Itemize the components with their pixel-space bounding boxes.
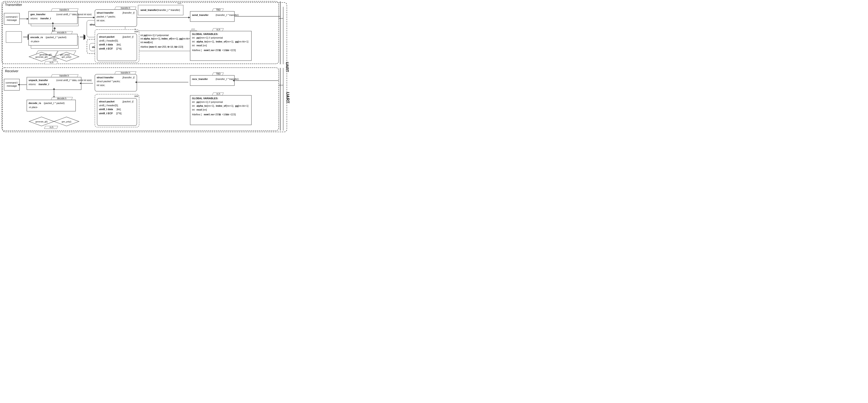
svg-text:gen_transfer: gen_transfer [30, 13, 45, 16]
svg-text:struct packet: struct packet [99, 100, 115, 103]
svg-text:rs.h: rs.h [216, 28, 220, 31]
svg-text:gen_poly(): gen_poly() [62, 56, 71, 58]
svg-text:packet_t * packs;: packet_t * packs; [96, 15, 116, 18]
tx-title: Transmitter [5, 3, 22, 7]
svg-text:=223]: =223] [229, 49, 236, 52]
svg-text:send_transfer: send_transfer [192, 13, 209, 16]
svg-text:encode_rs: encode_rs [30, 36, 43, 38]
rx-title: Receiver [5, 69, 19, 73]
svg-text:(transfer_t * transfer): (transfer_t * transfer) [216, 78, 239, 80]
svg-text:[2*tt];: [2*tt]; [116, 47, 122, 50]
svg-text:[packet_t]: [packet_t] [122, 35, 134, 38]
svg-text:gg: gg [235, 105, 238, 107]
svg-rect-136 [190, 76, 235, 86]
svg-text:message: message [7, 84, 17, 87]
svg-text:recv_transfer: recv_transfer [192, 78, 208, 80]
svg-text:decode.h: decode.h [57, 97, 66, 100]
svg-text:kk: kk [226, 49, 229, 52]
svg-text:TBD: TBD [216, 9, 221, 11]
svg-text:(packet_t * packet): (packet_t * packet) [45, 36, 66, 38]
svg-text:uint8_t data: uint8_t data [99, 108, 113, 111]
svg-text:[nn+1],: [nn+1], [226, 105, 234, 107]
svg-text:int size;: int size; [97, 84, 105, 87]
svg-text:nn: nn [211, 113, 214, 116]
svg-text:message: message [7, 19, 17, 21]
svg-text:alpha_to: alpha_to [196, 105, 207, 107]
svg-text:command /: command / [6, 16, 18, 18]
svg-text:tt: tt [219, 113, 221, 116]
svg-text:recd: recd [196, 108, 202, 111]
svg-text:(packet_t * packet): (packet_t * packet) [44, 102, 65, 105]
svg-text:(const uint8_t * data, const i: (const uint8_t * data, const int size) [56, 13, 92, 16]
svg-text:transfer_t: transfer_t [38, 83, 49, 86]
svg-text:returns:: returns: [29, 83, 36, 86]
svg-text:alpha_to: alpha_to [196, 40, 207, 43]
svg-text:transfer.h: transfer.h [121, 7, 130, 9]
svg-text:int: int [192, 40, 195, 43]
svg-text:nn: nn [211, 49, 214, 52]
svg-text:int: int [192, 100, 195, 103]
svg-text:[transfer_t]: [transfer_t] [122, 11, 135, 14]
svg-text:pp: pp [196, 36, 200, 39]
svg-text:[kk];: [kk]; [117, 108, 121, 111]
svg-text:unpack_transfer: unpack_transfer [29, 79, 48, 82]
svg-text:pp: pp [196, 100, 200, 103]
svg-text:size: size [134, 95, 138, 97]
svg-text:[mm+1] // polynomial: [mm+1] // polynomial [200, 36, 223, 39]
svg-text:[packet_t]: [packet_t] [122, 100, 134, 103]
svg-text:#define [: #define [ [192, 49, 202, 52]
svg-text:gen_poly(): gen_poly() [62, 120, 71, 123]
svg-text:[kk];: [kk]; [117, 43, 121, 46]
svg-text:-in place-: -in place- [30, 40, 40, 43]
svg-text:[nn-kk+1]: [nn-kk+1] [238, 40, 248, 43]
svg-text:uint8_t data: uint8_t data [99, 43, 113, 46]
svg-text:[mm+1] // polynomial: [mm+1] // polynomial [200, 100, 223, 103]
svg-text:#define [: #define [ [192, 113, 202, 116]
svg-text:[2*tt];: [2*tt]; [116, 112, 122, 115]
svg-text:gg: gg [235, 40, 238, 43]
svg-text:index_of: index_of [216, 105, 226, 107]
svg-text:uint8_t header[5];: uint8_t header[5]; [99, 104, 119, 107]
svg-text:transfer.h: transfer.h [121, 71, 130, 74]
svg-text:int: int [192, 105, 195, 107]
svg-text:generate_gf(): generate_gf() [35, 120, 48, 123]
svg-text:UART: UART [285, 92, 289, 103]
svg-text:int: int [192, 44, 195, 47]
svg-text:[nn+1],: [nn+1], [207, 105, 215, 107]
svg-text:(transfer_t * transfer): (transfer_t * transfer) [216, 13, 239, 16]
svg-text:int: int [192, 36, 195, 39]
svg-text:transfer.h: transfer.h [59, 75, 69, 77]
svg-text:rs.h: rs.h [50, 126, 54, 128]
svg-text:=223]: =223] [229, 113, 236, 116]
svg-text:[transfer_t]: [transfer_t] [122, 76, 135, 79]
svg-rect-57 [190, 11, 235, 22]
svg-text:uint8_t ECF: uint8_t ECF [99, 112, 113, 115]
svg-text:(const uint8_t * data, const i: (const uint8_t * data, const int size) [56, 79, 92, 82]
svg-text:command /: command / [6, 81, 18, 84]
svg-text:recd: recd [196, 44, 202, 47]
svg-marker-35 [93, 17, 95, 19]
svg-text:tt: tt [219, 49, 221, 52]
svg-text:struct transfer: struct transfer [97, 76, 114, 79]
diamond-right-text: gen_poly() [60, 54, 70, 56]
svg-text:rs.h: rs.h [50, 61, 54, 64]
svg-text:[nn-kk+1]: [nn-kk+1] [238, 105, 248, 107]
svg-text:UART: UART [285, 62, 289, 72]
svg-marker-11 [27, 18, 29, 20]
svg-text:decode_rs: decode_rs [29, 102, 41, 105]
svg-text:[nn+1],: [nn+1], [226, 40, 234, 43]
svg-text:struct packet * packs;: struct packet * packs; [97, 80, 121, 83]
svg-text:struct transfer: struct transfer [97, 11, 114, 14]
svg-text:=8;: =8; [207, 113, 211, 116]
svg-text:returns:: returns: [30, 17, 38, 20]
svg-text:encode.h: encode.h [57, 31, 66, 34]
svg-text:kk: kk [226, 113, 229, 116]
svg-text:transfer.h: transfer.h [59, 9, 69, 11]
svg-text:size: size [134, 30, 138, 33]
svg-text:rs.h: rs.h [216, 93, 220, 95]
svg-text:[nn]: [nn] [203, 44, 207, 47]
svg-text:=8;: =8; [207, 49, 211, 52]
svg-text:-in place-: -in place- [29, 106, 38, 109]
svg-text:struct packet: struct packet [99, 35, 115, 38]
svg-text:int size;: int size; [97, 19, 105, 22]
